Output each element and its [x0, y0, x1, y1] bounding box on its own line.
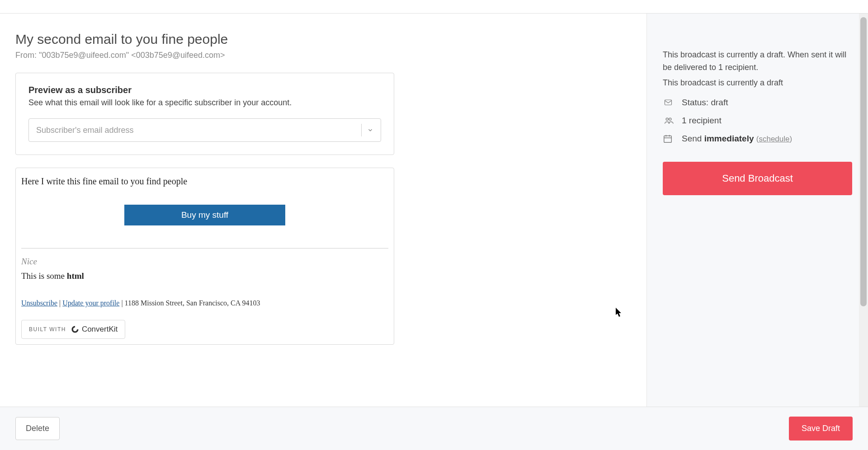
users-icon	[663, 116, 675, 126]
status-label: Status: draft	[682, 98, 728, 108]
scrollbar[interactable]	[859, 14, 868, 407]
status-row: Status: draft	[663, 98, 852, 108]
select-divider	[361, 124, 362, 136]
main-wrapper: My second email to you fine people From:…	[0, 14, 868, 407]
email-title: My second email to you fine people	[15, 32, 631, 47]
scrollbar-thumb[interactable]	[860, 17, 867, 306]
svg-rect-3	[664, 136, 672, 142]
footer-html-prefix: This is some	[21, 271, 67, 281]
convertkit-logo-text: ConvertKit	[82, 325, 118, 334]
footer-nice-text: Nice	[21, 257, 388, 267]
schedule-link[interactable]: schedule	[759, 135, 789, 143]
svg-point-2	[669, 118, 671, 120]
update-profile-link[interactable]: Update your profile	[62, 299, 119, 307]
top-bar	[0, 0, 868, 14]
send-schedule-text: Send immediately (schedule)	[682, 134, 792, 144]
svg-point-1	[666, 118, 668, 120]
footer-html-bold: html	[67, 271, 84, 281]
sidebar-intro: This broadcast is currently a draft. Whe…	[663, 49, 852, 74]
built-with-badge[interactable]: BUILT WITH ConvertKit	[21, 320, 125, 339]
recipients-label: 1 recipient	[682, 116, 722, 126]
bottom-bar: Delete Save Draft	[0, 407, 868, 450]
recipients-row: 1 recipient	[663, 116, 852, 126]
delete-button[interactable]: Delete	[15, 417, 60, 440]
email-from: From: "003b75e9@uifeed.com" <003b75e9@ui…	[15, 51, 631, 60]
chevron-down-icon[interactable]	[367, 127, 373, 133]
save-draft-button[interactable]: Save Draft	[789, 417, 853, 441]
convertkit-logo: ConvertKit	[71, 325, 118, 334]
schedule-row: Send immediately (schedule)	[663, 134, 852, 144]
preview-description: See what this email will look like for a…	[28, 98, 381, 108]
built-with-label: BUILT WITH	[29, 326, 66, 333]
unsubscribe-link[interactable]: Unsubscribe	[21, 299, 57, 307]
cta-button[interactable]: Buy my stuff	[124, 205, 285, 225]
svg-rect-0	[665, 100, 672, 105]
envelope-icon	[663, 98, 675, 108]
sidebar: This broadcast is currently a draft. Whe…	[646, 14, 868, 407]
send-broadcast-button[interactable]: Send Broadcast	[663, 162, 852, 195]
editor-column: My second email to you fine people From:…	[0, 14, 646, 407]
footer-links: Unsubscribe | Update your profile | 1188…	[21, 299, 388, 307]
subscriber-email-input[interactable]	[36, 126, 356, 135]
email-body-text: Here I write this fine email to you find…	[21, 176, 388, 187]
sidebar-intro2: This broadcast is currently a draft	[663, 77, 852, 89]
footer-address: 1188 Mission Street, San Francisco, CA 9…	[125, 299, 260, 307]
preview-title: Preview as a subscriber	[28, 85, 381, 95]
calendar-icon	[663, 134, 675, 144]
subscriber-email-select[interactable]	[28, 118, 381, 142]
email-divider	[21, 248, 388, 248]
convertkit-logo-icon	[71, 325, 80, 334]
email-preview-pane: Here I write this fine email to you find…	[15, 168, 394, 345]
preview-as-subscriber-box: Preview as a subscriber See what this em…	[15, 73, 394, 155]
footer-html-text: This is some html	[21, 271, 388, 281]
